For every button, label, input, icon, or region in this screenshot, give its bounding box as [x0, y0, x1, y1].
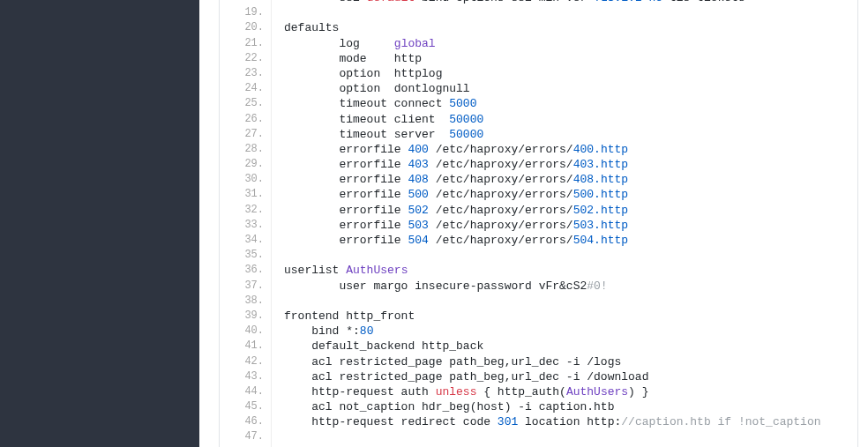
line-number: 24: [220, 81, 264, 96]
line-number: 25: [220, 96, 264, 111]
code-line[interactable]: acl restricted_page path_beg,url_dec -i …: [284, 354, 857, 369]
code-line[interactable]: [284, 248, 857, 263]
code-line[interactable]: userlist AuthUsers: [284, 263, 857, 278]
line-number: 33: [220, 218, 264, 233]
code-line[interactable]: [284, 294, 857, 309]
code-line[interactable]: timeout client 50000: [284, 112, 857, 127]
code-line[interactable]: http-request auth unless { http_auth(Aut…: [284, 384, 857, 399]
line-number: 23: [220, 66, 264, 81]
line-number: 31: [220, 187, 264, 202]
line-number: 20: [220, 20, 264, 35]
sidebar: [0, 0, 199, 447]
line-number: 38: [220, 294, 264, 309]
line-number: 32: [220, 203, 264, 218]
line-number: 29: [220, 157, 264, 172]
line-number: 43: [220, 369, 264, 384]
code-line[interactable]: errorfile 503 /etc/haproxy/errors/503.ht…: [284, 218, 857, 233]
code-line[interactable]: mode http: [284, 51, 857, 66]
code-line[interactable]: [284, 5, 857, 20]
content-gap: [199, 0, 219, 447]
line-number: 26: [220, 112, 264, 127]
code-line[interactable]: bind *:80: [284, 324, 857, 339]
line-number: 28: [220, 142, 264, 157]
line-number: 21: [220, 36, 264, 51]
line-number: 19: [220, 5, 264, 20]
code-line[interactable]: errorfile 500 /etc/haproxy/errors/500.ht…: [284, 187, 857, 202]
layout: 1819202122232425262728293031323334353637…: [0, 0, 868, 447]
line-number: 22: [220, 51, 264, 66]
line-number: 44: [220, 384, 264, 399]
line-number: 47: [220, 429, 264, 444]
code-line[interactable]: user margo insecure-password vFr&cS2#0!: [284, 279, 857, 294]
line-number: 42: [220, 354, 264, 369]
code-line[interactable]: timeout connect 5000: [284, 96, 857, 111]
code-line[interactable]: default_backend http_back: [284, 339, 857, 354]
line-number: 40: [220, 324, 264, 339]
code-line[interactable]: defaults: [284, 20, 857, 35]
code-line[interactable]: errorfile 408 /etc/haproxy/errors/408.ht…: [284, 172, 857, 187]
code-line[interactable]: errorfile 400 /etc/haproxy/errors/400.ht…: [284, 142, 857, 157]
code-line[interactable]: errorfile 504 /etc/haproxy/errors/504.ht…: [284, 233, 857, 248]
code-line[interactable]: timeout server 50000: [284, 127, 857, 142]
line-number: 34: [220, 233, 264, 248]
line-number: 39: [220, 309, 264, 324]
line-number: 46: [220, 414, 264, 429]
line-number: 30: [220, 172, 264, 187]
right-border: [857, 0, 868, 447]
code-line[interactable]: frontend http_front: [284, 309, 857, 324]
code-line[interactable]: log global: [284, 36, 857, 51]
line-number: 27: [220, 127, 264, 142]
line-number: 41: [220, 339, 264, 354]
code-line[interactable]: errorfile 403 /etc/haproxy/errors/403.ht…: [284, 157, 857, 172]
code-line[interactable]: [284, 429, 857, 444]
code-line[interactable]: errorfile 502 /etc/haproxy/errors/502.ht…: [284, 203, 857, 218]
code-line[interactable]: acl restricted_page path_beg,url_dec -i …: [284, 369, 857, 384]
code-line[interactable]: option dontlognull: [284, 81, 857, 96]
line-number: 36: [220, 263, 264, 278]
code-line[interactable]: option httplog: [284, 66, 857, 81]
line-number: 45: [220, 399, 264, 414]
code-line[interactable]: http-request redirect code 301 location …: [284, 414, 857, 429]
line-number: 35: [220, 248, 264, 263]
code-content[interactable]: ssl default-bind-options ssl-min-ver TLS…: [271, 0, 857, 447]
code-panel: 1819202122232425262728293031323334353637…: [219, 0, 857, 447]
line-number-gutter: 1819202122232425262728293031323334353637…: [220, 0, 271, 447]
line-number: 37: [220, 279, 264, 294]
code-line[interactable]: acl not_caption hdr_beg(host) -i caption…: [284, 399, 857, 414]
